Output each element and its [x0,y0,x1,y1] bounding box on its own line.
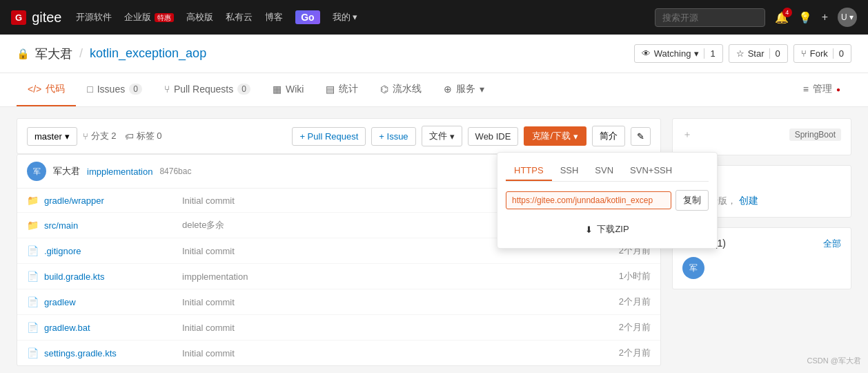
file-name[interactable]: src/main [44,220,182,231]
manage-dot: ● [836,86,840,93]
nav-item-blog[interactable]: 博客 [265,11,283,23]
tab-manage[interactable]: ≡ 管理 ● [792,73,851,106]
commit-message[interactable]: impplementation [87,166,152,177]
tab-pr-label: Pull Requests [174,84,233,95]
clone-tab-https[interactable]: HTTPS [506,161,552,181]
logo[interactable]: G gitee [11,10,62,26]
copy-button[interactable]: 复制 [675,190,709,211]
watching-count: 1 [704,48,715,59]
go-badge[interactable]: Go [295,10,319,24]
tab-stats[interactable]: ▤ 统计 [315,73,369,106]
nav-item-university[interactable]: 高校版 [186,11,213,23]
watching-button[interactable]: 👁 Watching ▾ 1 [634,44,723,63]
intro-button[interactable]: 简介 [592,126,625,146]
notification-button[interactable]: 🔔 4 [775,11,789,24]
tab-issues[interactable]: □ Issues 0 [76,74,153,106]
file-button[interactable]: 文件 ▾ [422,126,462,146]
tab-pullrequests[interactable]: ⑂ Pull Requests 0 [153,74,262,106]
repo-name[interactable]: kotlin_exception_aop [90,46,206,61]
file-icon: 📄 [27,347,39,358]
fork-button[interactable]: ⑂ Fork 0 [793,44,851,63]
file-name[interactable]: .gitignore [44,246,182,256]
file-name[interactable]: build.gradle.kts [44,271,182,282]
fork-icon: ⑂ [801,48,807,59]
branch-selector[interactable]: master ▾ [27,127,77,146]
zip-label: 下载ZIP [597,223,629,236]
stats-icon: ▤ [326,84,335,95]
webide-button[interactable]: Web IDE [468,127,519,146]
repo-meta: ⑂ 分支 2 🏷 标签 0 [83,130,162,142]
nav-item-enterprise[interactable]: 企业版 特惠 [124,11,175,23]
tags-meta: 🏷 标签 0 [125,130,162,142]
fork-count: 0 [833,48,844,59]
search-input[interactable] [655,8,765,27]
add-button[interactable]: + [822,11,828,23]
nav-item-mine[interactable]: 我的 ▾ [333,11,358,23]
footer-watermark: CSDN @军大君 [807,356,861,366]
file-icon: 📄 [27,322,39,333]
file-time: 2个月前 [619,347,651,359]
file-time: 2个月前 [619,321,651,334]
clone-tab-svnplusssh[interactable]: SVN+SSH [622,161,680,181]
file-name[interactable]: gradlew [44,297,182,307]
star-count: 0 [769,48,780,59]
edit-button[interactable]: ✎ [631,127,651,146]
branches-meta: ⑂ 分支 2 [83,130,117,142]
branch-icon: ⑂ [83,131,88,142]
star-icon: ☆ [736,48,744,59]
table-row: 📄 build.gradle.kts impplementation 1小时前 [17,264,660,289]
file-commit: Initial commit [182,348,619,358]
theme-button[interactable]: 💡 [798,11,812,24]
clone-url-input[interactable] [506,191,671,209]
file-commit: Initial commit [182,297,619,307]
clone-dropdown-icon: ▾ [573,131,578,142]
nav-item-opensource[interactable]: 开源软件 [76,11,112,23]
file-button-label: 文件 [429,130,447,142]
file-icon: 📄 [27,245,39,256]
tag-springboot[interactable]: SpringBoot [789,128,841,141]
tab-services[interactable]: ⊕ 服务 ▾ [433,73,495,106]
table-row: 📄 gradlew Initial commit 2个月前 [17,289,660,315]
tab-wiki[interactable]: ▦ Wiki [262,74,315,106]
user-avatar[interactable]: U ▾ [838,8,857,27]
tags-section: ＋ SpringBoot [672,118,851,155]
repo-owner[interactable]: 军大君 [35,46,72,62]
repo-controls: master ▾ ⑂ 分支 2 🏷 标签 0 + Pull Request + … [17,118,661,154]
file-name[interactable]: gradlew.bat [44,323,182,333]
star-button[interactable]: ☆ Star 0 [729,44,788,63]
clone-tab-ssh[interactable]: SSH [552,161,587,181]
main-content: master ▾ ⑂ 分支 2 🏷 标签 0 + Pull Request + … [0,107,868,373]
new-pr-button[interactable]: + Pull Request [292,127,366,146]
clone-button[interactable]: 克隆/下载 ▾ [524,126,586,146]
releases-create-link[interactable]: 创建 [739,195,758,206]
nav-item-private[interactable]: 私有云 [226,11,253,23]
tab-manage-label: 管理 [813,83,832,95]
add-tag-icon[interactable]: ＋ [682,128,692,141]
branch-name: master [34,131,62,142]
file-icon: 📄 [27,296,39,307]
clone-tabs: HTTPS SSH SVN SVN+SSH [506,161,709,182]
file-commit: Initial commit [182,323,619,333]
tab-code[interactable]: </> 代码 [17,73,76,106]
contributors-all-link[interactable]: 全部 [823,238,841,250]
download-zip-button[interactable]: ⬇ 下载ZIP [506,219,709,240]
commit-hash[interactable]: 8476bac [159,166,191,176]
table-row: 📄 gradlew.bat Initial commit 2个月前 [17,315,660,341]
pr-badge: 0 [237,84,250,95]
tab-pipeline[interactable]: ⌬ 流水线 [369,73,433,106]
file-name[interactable]: gradle/wrapper [44,195,182,206]
repo-title-area: 🔒 军大君 / kotlin_exception_aop [17,46,206,62]
pipeline-icon: ⌬ [380,84,388,95]
new-issue-button[interactable]: + Issue [371,127,415,146]
contributor-avatar[interactable]: 军 [682,257,704,279]
eye-icon: 👁 [642,48,651,59]
pr-icon: ⑂ [164,84,170,95]
issues-icon: □ [87,84,92,95]
tab-code-label: 代码 [46,83,65,95]
file-time: 2个月前 [619,296,651,308]
tab-issues-label: Issues [97,84,125,95]
clone-tab-svn[interactable]: SVN [586,161,622,181]
file-name[interactable]: settings.gradle.kts [44,348,182,358]
commit-author[interactable]: 军大君 [53,165,80,178]
tab-stats-label: 统计 [339,83,358,95]
